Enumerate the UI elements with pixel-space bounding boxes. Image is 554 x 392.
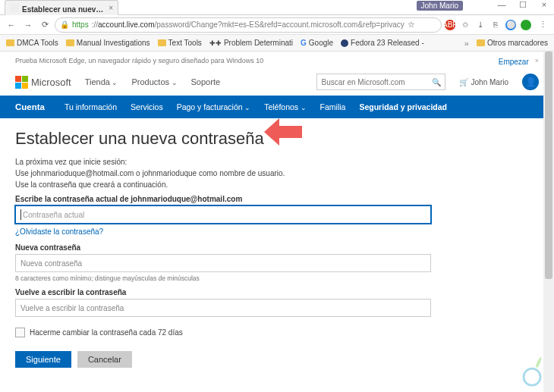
window-user-chip: John Mario: [417, 1, 463, 11]
submit-button[interactable]: Siguiente: [15, 351, 71, 368]
tab-close-icon[interactable]: ×: [109, 4, 113, 12]
bookmark-item[interactable]: ✚✚Problem Determinati: [209, 39, 293, 47]
annotation-arrow-icon: [264, 118, 302, 149]
url-scheme: https: [72, 20, 89, 29]
account-nav: Cuenta Tu información Servicios Pago y f…: [0, 96, 554, 118]
nav-item[interactable]: Tu información: [65, 102, 117, 111]
search-icon[interactable]: 🔍: [428, 78, 445, 86]
nav-reload-icon[interactable]: ⟳: [38, 20, 52, 30]
main-form: Establecer una nueva contraseña La próxi…: [15, 118, 539, 375]
nav-item-active[interactable]: Seguridad y privacidad: [359, 102, 447, 111]
cart-icon[interactable]: 🛒: [459, 78, 468, 86]
browser-toolbar: ← → ⟳ 🔒 https ://account.live.com/passwo…: [0, 15, 554, 35]
avatar[interactable]: 👤: [522, 74, 539, 90]
window-maximize-icon[interactable]: ☐: [516, 0, 530, 10]
promo-text: Prueba Microsoft Edge, un navegador rápi…: [15, 57, 263, 64]
edge-promo-banner: Prueba Microsoft Edge, un navegador rápi…: [15, 52, 539, 68]
menu-icon[interactable]: ⋮: [536, 20, 549, 30]
browser-tab[interactable]: Establecer una nueva co ×: [5, 0, 118, 15]
nav-back-icon[interactable]: ←: [5, 20, 18, 30]
other-bookmarks[interactable]: Otros marcadores: [477, 39, 548, 47]
search-input[interactable]: [317, 78, 428, 86]
nav-item[interactable]: Teléfonos: [264, 102, 306, 111]
microsoft-logo[interactable]: Microsoft: [15, 76, 71, 89]
page-content: Prueba Microsoft Edge, un navegador rápi…: [0, 52, 554, 375]
window-close-icon[interactable]: ×: [537, 0, 551, 10]
checkbox-label: Hacerme cambiar la contraseña cada 72 dí…: [30, 328, 183, 337]
promo-cta[interactable]: Empezar: [499, 58, 529, 66]
scrollbar-thumb[interactable]: [545, 52, 552, 279]
window-controls: — ☐ ×: [495, 0, 551, 10]
new-password-label: Nueva contraseña: [15, 243, 539, 252]
extension-icon[interactable]: ⚪: [505, 20, 516, 30]
forgot-password-link[interactable]: ¿Olvidaste la contraseña?: [15, 227, 103, 236]
promo-close-icon[interactable]: ×: [535, 57, 539, 64]
extension-icon[interactable]: [521, 20, 531, 30]
nav-item[interactable]: Servicios: [131, 102, 163, 111]
header-nav-item[interactable]: Soporte: [191, 77, 221, 86]
header-username: John Mario: [471, 78, 508, 86]
window-titlebar: Establecer una nueva co × John Mario — ☐…: [0, 0, 554, 15]
header-nav-item[interactable]: Tienda: [85, 77, 118, 86]
adblock-icon[interactable]: ABP: [445, 20, 455, 30]
address-bar[interactable]: 🔒 https ://account.live.com/password/Cha…: [55, 17, 442, 33]
nav-forward-icon[interactable]: →: [21, 20, 35, 30]
form-desc: La próxima vez que inicie sesión:: [15, 158, 539, 166]
nav-item[interactable]: Familia: [320, 102, 346, 111]
site-header: Microsoft Tienda Productos Soporte 🔍 🛒 J…: [15, 68, 539, 96]
form-desc: Use la contraseña que creará a continuac…: [15, 180, 539, 189]
url-text: ://account.live.com/password/Change?mkt=…: [92, 20, 404, 29]
confirm-password-input[interactable]: Vuelve a escribir la contraseña: [15, 299, 431, 317]
bookmarks-bar: DMCA Tools Manual Investigations Text To…: [0, 35, 554, 52]
extension-icon[interactable]: ✩: [460, 20, 471, 30]
current-password-input[interactable]: Contraseña actual: [15, 205, 431, 224]
checkbox-icon[interactable]: [15, 328, 25, 337]
header-nav-item[interactable]: Productos: [131, 77, 177, 86]
scrollbar[interactable]: [543, 52, 554, 392]
bookmark-item[interactable]: GGoogle: [301, 39, 333, 47]
tab-favicon: [10, 3, 19, 12]
form-desc: Use johnmarioduque@hotmail.com o johnmar…: [15, 169, 539, 177]
password-hint: 8 caracteres como mínimo; distingue mayú…: [15, 274, 539, 282]
nav-brand[interactable]: Cuenta: [15, 102, 45, 111]
bookmark-item[interactable]: Fedora 23 Released -: [341, 39, 424, 47]
cancel-button[interactable]: Cancelar: [77, 351, 132, 368]
lock-icon: 🔒: [60, 20, 69, 29]
nav-item[interactable]: Pago y facturación: [177, 102, 250, 111]
expire-checkbox-row[interactable]: Hacerme cambiar la contraseña cada 72 dí…: [15, 328, 539, 337]
bookmark-item[interactable]: Text Tools: [158, 39, 202, 47]
extension-icons: ABP ✩ ⤓ ⎘ ⚪ ⋮: [445, 20, 549, 30]
window-minimize-icon[interactable]: —: [495, 0, 508, 10]
confirm-password-label: Vuelve a escribir la contraseña: [15, 288, 539, 296]
tab-title: Establecer una nueva co: [22, 5, 105, 14]
extension-icon[interactable]: ⎘: [490, 20, 501, 30]
bookmark-item[interactable]: Manual Investigations: [66, 39, 150, 47]
site-search[interactable]: 🔍: [316, 74, 445, 90]
watermark-icon: [515, 353, 549, 387]
svg-point-0: [524, 368, 540, 385]
svg-point-1: [532, 374, 537, 378]
bookmark-star-icon[interactable]: ☆: [408, 20, 415, 30]
bookmarks-overflow-icon[interactable]: »: [464, 39, 469, 48]
extension-icon[interactable]: ⤓: [475, 20, 486, 30]
new-password-input[interactable]: Nueva contraseña: [15, 254, 431, 272]
bookmark-item[interactable]: DMCA Tools: [6, 39, 58, 47]
current-password-label: Escribe la contraseña actual de johnmari…: [15, 195, 539, 203]
cart-user[interactable]: 🛒 John Mario: [459, 78, 508, 86]
